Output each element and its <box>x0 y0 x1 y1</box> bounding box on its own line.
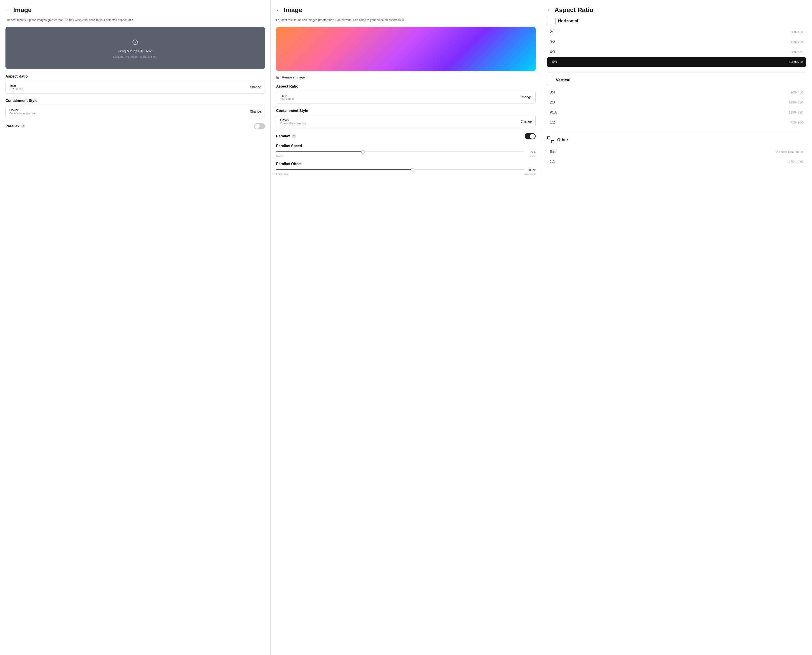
panel2-aspect-ratio-dims: 1920×1080 <box>280 98 294 101</box>
parallax-speed-track[interactable] <box>276 151 524 152</box>
ar-row-4-3[interactable]: 4:3 900×675 <box>547 47 806 57</box>
parallax-label: Parallax <box>5 124 19 128</box>
panel2-aspect-ratio-label: Aspect Ratio <box>276 85 536 88</box>
containment-style-desc: Covers the entire box. <box>9 112 36 115</box>
parallax-toggle[interactable] <box>254 123 265 129</box>
containment-change-btn[interactable]: Change <box>250 110 261 113</box>
panel-image-with-photo: ← Image For best results, upload images … <box>271 0 541 655</box>
parallax-offset-label: Parallax Offset <box>276 162 536 166</box>
ar-row-label: 1:1 <box>550 160 555 164</box>
parallax-offset-value: 300px <box>526 168 536 172</box>
panel2-header: ← Image <box>276 6 536 14</box>
ar-row-2-3[interactable]: 2:3 1280×720 <box>547 98 806 107</box>
remove-image-label: Remove Image <box>282 75 305 79</box>
ar-row-label: fluid <box>550 150 557 154</box>
aspect-ratio-section-label: Aspect Ratio <box>5 74 265 78</box>
parallax-offset-fill <box>276 169 412 170</box>
ar-row-9-16[interactable]: 9:16 1280×720 <box>547 108 806 117</box>
horizontal-section-title: Horizontal <box>558 18 578 23</box>
panel2-containment-info: Cover Covers the entire box. <box>280 118 307 125</box>
panel2-containment-change-btn[interactable]: Change <box>521 120 532 123</box>
containment-selector[interactable]: Cover Covers the entire box. Change <box>5 105 265 118</box>
ar-row-3-4[interactable]: 3:4 900×450 <box>547 88 806 97</box>
parallax-offset-track[interactable] <box>276 169 524 170</box>
other-section: Other fluid Variable Resolution 1:1 1280… <box>547 136 806 166</box>
panel1-header: ← Image <box>5 6 265 14</box>
ar-row-dims: 1280×1280 <box>787 160 803 163</box>
toggle-knob <box>255 124 260 129</box>
other-icon-br <box>551 140 554 143</box>
ar-row-dims: 900×450 <box>790 30 803 34</box>
ar-row-label: 2:1 <box>550 30 555 34</box>
ar-row-2-1[interactable]: 2:1 900×450 <box>547 27 806 37</box>
ar-row-3-2[interactable]: 3:2 128×720 <box>547 37 806 47</box>
parallax-speed-hints: Slower Faster <box>276 155 536 157</box>
parallax-offset-slider-row: 300px <box>276 168 536 172</box>
horizontal-section-header: Horizontal <box>547 18 806 24</box>
ar-row-16-9[interactable]: 16:9 1280×720 <box>547 57 806 67</box>
panel2-containment-label: Containment Style <box>276 109 536 113</box>
parallax-label-group: Parallax ? <box>5 124 25 128</box>
panel2-parallax-help-icon[interactable]: ? <box>292 134 296 138</box>
ar-row-label: 2:3 <box>550 100 555 105</box>
panel2-aspect-ratio-change-btn[interactable]: Change <box>521 95 532 99</box>
speed-slower-label: Slower <box>276 155 284 157</box>
panel-aspect-ratio: ← Aspect Ratio Horizontal 2:1 900×450 3:… <box>541 0 812 655</box>
parallax-speed-value: 35% <box>526 150 536 154</box>
remove-image-row[interactable]: ⊟ Remove Image <box>276 75 536 80</box>
panel2-title: Image <box>284 6 302 14</box>
panel2-aspect-ratio-value: 16:9 <box>280 94 294 98</box>
vertical-section-header: Vertical <box>547 76 806 85</box>
image-preview <box>276 27 536 71</box>
vertical-ratios-list: 3:4 900×450 2:3 1280×720 9:16 1280×720 1… <box>547 88 806 127</box>
vertical-icon <box>547 76 553 85</box>
parallax-speed-fill <box>276 151 363 152</box>
panel3-title: Aspect Ratio <box>555 6 594 14</box>
panel-image-upload: ← Image For best results, upload images … <box>0 0 271 655</box>
panel2-aspect-ratio-selector[interactable]: 16:9 1920×1080 Change <box>276 91 536 104</box>
other-ratios-list: fluid Variable Resolution 1:1 1280×1280 <box>547 147 806 166</box>
aspect-ratio-value: 16:9 <box>9 84 23 88</box>
panel3-header: ← Aspect Ratio <box>547 6 806 14</box>
containment-section-label: Containment Style <box>5 99 265 103</box>
remove-image-icon: ⊟ <box>276 75 280 80</box>
panel2-parallax-toggle[interactable] <box>525 133 536 140</box>
offset-later-label: Later Start <box>524 173 535 175</box>
parallax-speed-label: Parallax Speed <box>276 144 536 148</box>
ar-row-label: 4:3 <box>550 50 555 54</box>
divider-2 <box>547 132 806 133</box>
ar-row-1-1[interactable]: 1:1 1280×1280 <box>547 157 806 166</box>
upload-dropzone[interactable]: ⊙ Drag & Drop File Here Supports svg png… <box>5 27 265 69</box>
vertical-section-title: Vertical <box>556 78 571 83</box>
panel2-containment-selector[interactable]: Cover Covers the entire box. Change <box>276 115 536 128</box>
parallax-speed-slider-row: 35% <box>276 150 536 154</box>
aspect-ratio-change-btn[interactable]: Change <box>250 85 261 89</box>
ar-row-fluid[interactable]: fluid Variable Resolution <box>547 147 806 157</box>
parallax-row: Parallax ? <box>5 123 265 129</box>
panel2-subtitle: For best results, upload images greater … <box>276 18 536 22</box>
aspect-ratio-selector[interactable]: 16:9 1920×1080 Change <box>5 81 265 94</box>
parallax-offset-hints: Earlier Start Later Start <box>276 173 536 175</box>
panel1-back-arrow[interactable]: ← <box>5 7 11 13</box>
ar-row-dims: Variable Resolution <box>776 150 803 154</box>
aspect-ratio-dims: 1920×1080 <box>9 88 23 91</box>
parallax-offset-thumb[interactable] <box>411 168 414 172</box>
upload-main-text: Drag & Drop File Here <box>118 49 152 53</box>
ar-row-label: 3:4 <box>550 90 555 94</box>
ar-row-dims: 1280×720 <box>789 100 803 104</box>
ar-row-label: 16:9 <box>550 60 557 64</box>
panel3-back-arrow[interactable]: ← <box>547 7 552 13</box>
parallax-speed-thumb[interactable] <box>361 150 365 154</box>
offset-earlier-label: Earlier Start <box>276 173 289 175</box>
other-icon-tr <box>551 137 554 140</box>
ar-row-dims: 450×900 <box>790 120 803 124</box>
panel2-containment-style-desc: Covers the entire box. <box>280 122 307 125</box>
image-gradient-bg <box>276 27 536 71</box>
parallax-help-icon[interactable]: ? <box>21 124 25 128</box>
ar-row-label: 1:2 <box>550 120 555 125</box>
panel2-parallax-label: Parallax <box>276 134 290 138</box>
ar-row-1-2[interactable]: 1:2 450×900 <box>547 118 806 127</box>
aspect-ratio-info: 16:9 1920×1080 <box>9 84 23 91</box>
panel2-back-arrow[interactable]: ← <box>276 7 281 13</box>
ar-row-dims: 128×720 <box>790 40 803 44</box>
